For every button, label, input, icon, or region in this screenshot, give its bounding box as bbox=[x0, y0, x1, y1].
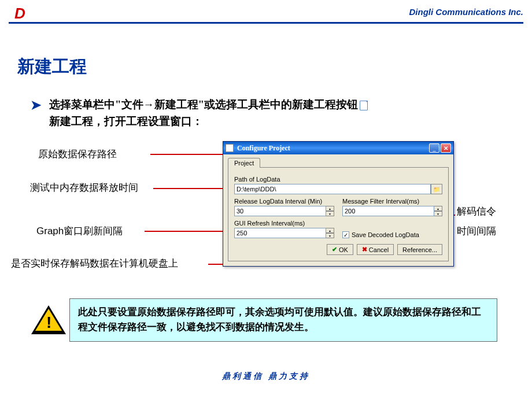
annotation-filter: 解码信令 时间间隔 bbox=[457, 202, 496, 241]
bullet-line1-post: 新建工程"或选择工具栏中的新建工程按钮 bbox=[154, 98, 359, 110]
reference-label: Reference... bbox=[402, 246, 437, 253]
annotation-gui: Graph窗口刷新间隔 bbox=[36, 224, 123, 238]
ok-label: OK bbox=[339, 246, 348, 253]
warning-icon: ! bbox=[31, 305, 64, 334]
slide-header: D Dingli Communications Inc. bbox=[0, 0, 532, 23]
configure-project-dialog: Configure Project _ ✕ Project Path of Lo… bbox=[223, 141, 454, 267]
check-icon: ✔ bbox=[332, 246, 337, 253]
path-input[interactable]: D:\temp\DDD\ bbox=[234, 184, 431, 194]
x-icon: ✖ bbox=[362, 246, 367, 253]
project-tab[interactable]: Project bbox=[228, 158, 260, 168]
annotation-filter-l1: 解码信令 bbox=[457, 206, 496, 217]
path-label: Path of LogData bbox=[234, 176, 442, 183]
close-button[interactable]: ✕ bbox=[441, 143, 451, 153]
dialog-title: Configure Project bbox=[237, 144, 429, 153]
bullet-arrow-icon: ➤ bbox=[31, 98, 41, 130]
header-divider bbox=[9, 22, 523, 24]
app-icon bbox=[226, 144, 234, 152]
filter-input[interactable]: 200 bbox=[342, 206, 434, 216]
annotation-release: 测试中内存数据释放时间 bbox=[30, 181, 138, 194]
new-project-icon bbox=[360, 101, 368, 110]
bullet-line1-pre: 选择菜单栏中"文件 bbox=[49, 98, 143, 110]
release-spinner[interactable]: ▲▼ bbox=[326, 206, 334, 216]
company-name: Dingli Communications Inc. bbox=[409, 7, 523, 17]
dialog-titlebar[interactable]: Configure Project _ ✕ bbox=[223, 142, 453, 154]
browse-button[interactable]: 📁 bbox=[431, 184, 442, 194]
warning-section: ! 此处只要设置原始数据保存路径即可，其余选项均可使用默认值。建议原始数据保存路… bbox=[28, 298, 497, 342]
dialog-group: Path of LogData D:\temp\DDD\ 📁 Release L… bbox=[228, 167, 449, 261]
annotation-filter-l2: 时间间隔 bbox=[457, 226, 496, 237]
page-title: 新建工程 bbox=[17, 55, 87, 79]
save-checkbox[interactable]: ✓ bbox=[342, 231, 349, 238]
gui-input[interactable]: 250 bbox=[234, 228, 326, 238]
save-checkbox-label: Save Decoded LogData bbox=[352, 231, 419, 238]
annotation-path: 原始数据保存路径 bbox=[38, 147, 117, 161]
warning-text: 此处只要设置原始数据保存路径即可，其余选项均可使用默认值。建议原始数据保存路径和… bbox=[69, 298, 497, 342]
release-label: Release LogData Interval (Min) bbox=[234, 198, 334, 205]
ok-button[interactable]: ✔OK bbox=[327, 244, 353, 255]
menu-arrow-icon: → bbox=[143, 98, 154, 110]
filter-label: Message Filter Interval(ms) bbox=[342, 198, 442, 205]
bullet-text: 选择菜单栏中"文件→新建工程"或选择工具栏中的新建工程按钮 新建工程，打开工程设… bbox=[49, 97, 370, 130]
minimize-button[interactable]: _ bbox=[429, 143, 439, 153]
bullet-item: ➤ 选择菜单栏中"文件→新建工程"或选择工具栏中的新建工程按钮 新建工程，打开工… bbox=[31, 97, 370, 130]
filter-spinner[interactable]: ▲▼ bbox=[434, 206, 442, 216]
annotation-save: 是否实时保存解码数据在计算机硬盘上 bbox=[11, 257, 178, 270]
cancel-label: Cancel bbox=[369, 246, 389, 253]
reference-button[interactable]: Reference... bbox=[397, 244, 442, 255]
gui-label: GUI Refresh Interval(ms) bbox=[234, 220, 334, 227]
bullet-line2: 新建工程，打开工程设置窗口： bbox=[49, 115, 203, 127]
footer-slogan: 鼎利通信 鼎力支持 bbox=[0, 371, 532, 382]
release-input[interactable]: 30 bbox=[234, 206, 326, 216]
gui-spinner[interactable]: ▲▼ bbox=[326, 228, 334, 238]
logo: D bbox=[14, 5, 24, 23]
cancel-button[interactable]: ✖Cancel bbox=[357, 244, 394, 255]
